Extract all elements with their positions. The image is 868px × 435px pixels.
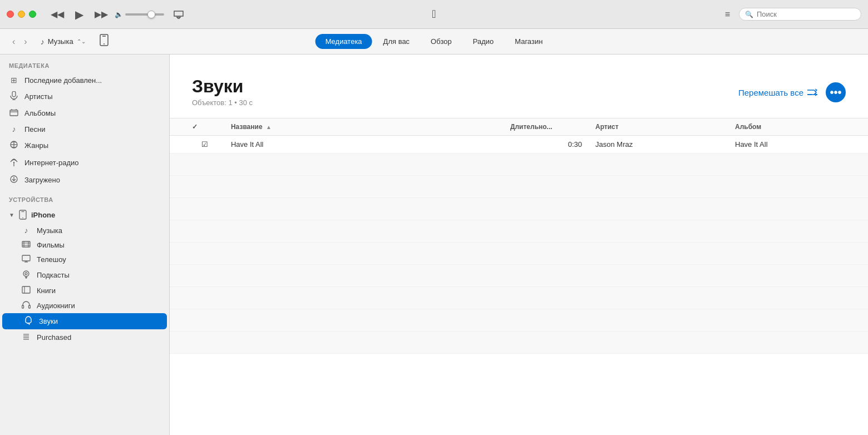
maximize-button[interactable]	[29, 11, 36, 18]
col-header-album[interactable]: Альбом	[728, 118, 868, 136]
tab-radio[interactable]: Радио	[463, 34, 504, 49]
sidebar-item-songs[interactable]: ♪ Песни	[0, 121, 169, 137]
sidebar-device-label: iPhone	[31, 211, 55, 219]
navbar: ‹ › ♪ Музыка ⌃⌄ Медиатека Для вас Обзор …	[0, 29, 868, 55]
row-check[interactable]: ☑	[170, 136, 224, 154]
back-arrow-button[interactable]: ‹	[9, 35, 18, 48]
row-duration: 0:30	[504, 136, 589, 154]
col-header-check[interactable]: ✓	[170, 118, 224, 136]
purchased-icon	[21, 332, 31, 343]
row-name: Have It All	[224, 136, 504, 154]
tab-for-you[interactable]: Для вас	[373, 34, 420, 49]
microphone-icon	[9, 91, 19, 102]
sidebar-sub-item-podcasts[interactable]: Подкасты	[0, 267, 169, 283]
rewind-button[interactable]: ◀◀	[47, 7, 67, 22]
airplay-button[interactable]	[169, 8, 189, 21]
content-title-group: Звуки Объектов: 1 • 30 с	[192, 77, 253, 107]
svg-point-18	[22, 218, 23, 219]
sidebar-sub-label-podcasts: Подкасты	[37, 271, 70, 279]
podcast-icon	[21, 270, 31, 280]
sort-arrow-icon: ▲	[266, 124, 272, 130]
svg-point-37	[29, 324, 30, 325]
note-icon: ♪	[9, 125, 19, 134]
list-view-button[interactable]: ≡	[721, 7, 734, 22]
fast-forward-button[interactable]: ▶▶	[91, 7, 111, 22]
library-selector[interactable]: ♪ Музыка ⌃⌄	[36, 35, 90, 48]
headphones-icon	[21, 301, 31, 310]
sidebar-sub-label-tones: Звуки	[39, 317, 58, 325]
minimize-button[interactable]	[18, 11, 25, 18]
album-icon	[9, 108, 19, 118]
sidebar-sub-item-music[interactable]: ♪ Музыка	[0, 223, 169, 238]
books-icon	[21, 286, 31, 295]
tab-library[interactable]: Медиатека	[315, 34, 372, 49]
search-icon: 🔍	[745, 11, 753, 18]
titlebar-right: ≡ 🔍	[721, 7, 861, 22]
table-row-empty	[170, 309, 868, 332]
sidebar-item-internet-radio[interactable]: Интернет-радио	[0, 154, 169, 171]
sidebar-sub-label-purchased: Purchased	[37, 333, 71, 342]
col-header-artist[interactable]: Артист	[589, 118, 728, 136]
library-label: Музыка	[48, 37, 73, 46]
sidebar-sub-label-tvshows: Телешоу	[37, 255, 66, 264]
titlebar: ◀◀ ▶ ▶▶ 🔈  ≡ 🔍	[0, 0, 868, 29]
shuffle-all-button[interactable]: Перемешать все	[738, 88, 818, 97]
sidebar-sub-item-movies[interactable]: Фильмы	[0, 238, 169, 252]
table-body: ☑ Have It All 0:30 Jason Mraz Have It Al…	[170, 136, 868, 354]
content-subtitle: Объектов: 1 • 30 с	[192, 98, 253, 107]
svg-rect-6	[10, 110, 18, 116]
sidebar-sub-item-audiobooks[interactable]: Аудиокниги	[0, 298, 169, 313]
sidebar-item-downloaded[interactable]: Загружено	[0, 171, 169, 189]
sidebar-label-artists: Артисты	[24, 92, 53, 101]
svg-point-29	[25, 273, 27, 275]
sidebar-sub-item-tvshows[interactable]: Телешоу	[0, 252, 169, 267]
sidebar-item-artists[interactable]: Артисты	[0, 88, 169, 105]
sidebar-sub-item-purchased[interactable]: Purchased	[0, 329, 169, 345]
sidebar-sub-item-tones[interactable]: Звуки	[2, 313, 167, 329]
nav-arrows: ‹ ›	[9, 35, 31, 48]
volume-low-icon: 🔈	[115, 11, 123, 18]
table-row-empty	[170, 198, 868, 220]
bell-icon	[23, 316, 33, 327]
shuffle-icon	[807, 88, 818, 96]
sidebar-item-recently-added[interactable]: ⊞ Последние добавлен...	[0, 72, 169, 88]
content-area: Звуки Объектов: 1 • 30 с Перемешать все …	[170, 55, 868, 435]
device-button[interactable]	[97, 32, 111, 51]
sidebar-item-albums[interactable]: Альбомы	[0, 105, 169, 121]
svg-point-28	[23, 271, 29, 276]
close-button[interactable]	[7, 11, 14, 18]
volume-thumb	[147, 11, 155, 18]
tab-store[interactable]: Магазин	[505, 34, 553, 49]
content-header: Звуки Объектов: 1 • 30 с Перемешать все …	[170, 55, 868, 118]
search-box: 🔍	[739, 8, 861, 21]
triangle-down-icon: ▼	[9, 212, 14, 218]
row-album: Have It All	[728, 136, 868, 154]
table-row-empty	[170, 154, 868, 176]
tv-icon	[21, 255, 31, 264]
table-row-empty	[170, 176, 868, 198]
shuffle-all-label: Перемешать все	[738, 88, 803, 97]
movies-icon	[21, 240, 31, 249]
sidebar-sub-label-movies: Фильмы	[37, 241, 65, 249]
volume-slider[interactable]	[125, 13, 164, 16]
table-row-empty	[170, 287, 868, 309]
table-row[interactable]: ☑ Have It All 0:30 Jason Mraz Have It Al…	[170, 136, 868, 154]
sidebar-device-iphone[interactable]: ▼ iPhone	[0, 206, 169, 223]
sidebar-sub-label-books: Книги	[37, 286, 56, 295]
sidebar-label-albums: Альбомы	[24, 109, 56, 117]
sidebar-item-genres[interactable]: Жанры	[0, 137, 169, 154]
col-header-name[interactable]: Название ▲	[224, 118, 504, 136]
table-row-empty	[170, 332, 868, 354]
sidebar: Медиатека ⊞ Последние добавлен... Артист…	[0, 55, 170, 435]
tab-browse[interactable]: Обзор	[421, 34, 462, 49]
sidebar-label-genres: Жанры	[24, 141, 48, 150]
search-input[interactable]	[757, 10, 855, 18]
forward-arrow-button[interactable]: ›	[21, 35, 30, 48]
iphone-icon	[19, 210, 27, 220]
more-options-button[interactable]: •••	[826, 82, 846, 102]
svg-rect-3	[12, 91, 16, 97]
col-header-duration[interactable]: Длительно...	[504, 118, 589, 136]
sidebar-sub-item-books[interactable]: Книги	[0, 283, 169, 298]
svg-rect-20	[22, 241, 30, 247]
play-button[interactable]: ▶	[72, 6, 87, 23]
